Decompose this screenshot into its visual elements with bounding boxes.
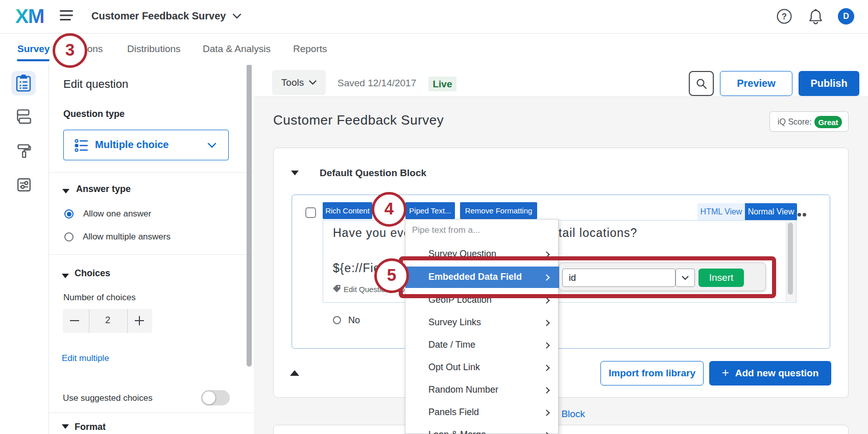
svg-text:?: ? <box>782 12 787 21</box>
